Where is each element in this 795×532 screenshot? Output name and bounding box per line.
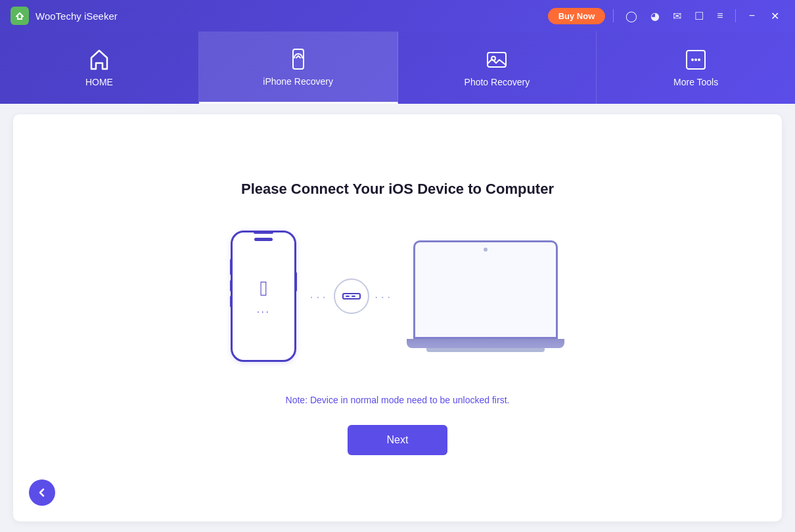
nav-home[interactable]: HOME [0,32,199,104]
separator2 [735,9,736,22]
svg-rect-0 [14,10,26,22]
nav-iphone-recovery[interactable]: iPhone Recovery [199,32,398,104]
titlebar-right: Buy Now ◯ ◕ ✉ ☐ ≡ − ✕ [548,7,784,25]
buy-now-button[interactable]: Buy Now [548,8,606,24]
user-icon[interactable]: ◯ [622,7,641,25]
mail-icon[interactable]: ✉ [669,7,685,25]
nav-more-tools[interactable]: More Tools [597,32,795,104]
separator [613,9,614,22]
laptop-stand [426,348,545,352]
next-button[interactable]: Next [348,425,448,455]
app-logo [11,7,29,25]
chat-icon[interactable]: ☐ [691,7,708,25]
titlebar: WooTechy iSeeker Buy Now ◯ ◕ ✉ ☐ ≡ − ✕ [0,0,795,32]
nav-home-label: HOME [85,77,113,87]
settings-icon[interactable]: ◕ [647,7,664,25]
page-title: Please Connect Your iOS Device to Comput… [241,181,554,198]
dots-right: ··· [375,289,394,304]
laptop-base [407,339,564,348]
phone-button-left [230,259,233,275]
back-arrow-icon [37,487,47,498]
back-button[interactable] [29,479,55,506]
illustration:  ··· ··· ··· [231,231,564,362]
phone-button-left2 [230,280,233,292]
dots-left: ··· [309,289,329,304]
navbar: HOME iPhone Recovery Photo Recovery More… [0,32,795,104]
phone-button-right [294,272,297,292]
phone-illustration:  ··· [231,231,296,362]
svg-rect-1 [293,49,304,69]
minimize-button[interactable]: − [744,7,760,24]
menu-icon[interactable]: ≡ [713,7,727,24]
app-title: WooTechy iSeeker [35,11,118,22]
svg-point-7 [698,58,700,61]
nav-photo-recovery-label: Photo Recovery [465,77,530,87]
titlebar-left: WooTechy iSeeker [11,7,118,25]
svg-rect-9 [346,296,350,297]
close-button[interactable]: ✕ [765,7,784,25]
laptop-screen [413,240,558,339]
phone:  ··· [231,231,296,362]
svg-point-6 [694,58,697,61]
note-text: Note: Device in normal mode need to be u… [286,395,510,405]
main-content: Please Connect Your iOS Device to Comput… [13,114,782,521]
usb-circle [334,278,369,314]
nav-photo-recovery[interactable]: Photo Recovery [398,32,597,104]
svg-rect-2 [488,53,506,67]
svg-rect-10 [352,296,355,297]
phone-dots: ··· [257,306,271,317]
phone-button-left3 [230,296,233,307]
usb-connector: ··· ··· [309,278,393,314]
apple-icon:  [260,277,267,301]
nav-more-tools-label: More Tools [673,77,718,87]
nav-iphone-recovery-label: iPhone Recovery [263,76,333,87]
phone-notch [254,238,273,241]
svg-point-5 [691,58,694,61]
laptop-illustration [407,240,564,352]
